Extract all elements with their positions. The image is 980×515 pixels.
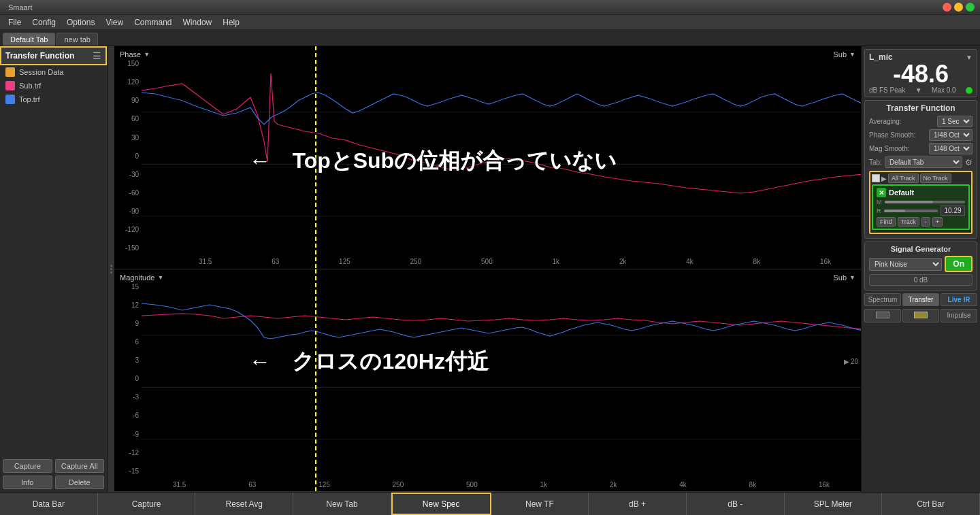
menu-file[interactable]: File [3, 16, 27, 29]
rp-bottom-btn-1[interactable] [864, 309, 901, 322]
sg-type-select[interactable]: Pink Noise [869, 258, 942, 271]
tf-averaging-select[interactable]: 1 Sec [937, 116, 973, 127]
minimize-btn[interactable] [954, 3, 963, 12]
spl-meter-button[interactable]: SPL Meter [785, 493, 883, 515]
tab-new[interactable]: new tab [56, 33, 98, 46]
rp-bottom-row: Impulse [864, 309, 977, 322]
vu-dropdown-unit[interactable]: ▼ [915, 86, 922, 94]
db-minus-button[interactable]: dB - [687, 493, 785, 515]
app-title: Smaart [8, 3, 32, 12]
phase-right-label: Sub ▼ [834, 50, 856, 59]
tf-tab-row: Tab: Default Tab ⚙ [869, 156, 973, 168]
info-button[interactable]: Info [3, 476, 52, 489]
magnitude-svg [142, 283, 861, 492]
menu-view[interactable]: View [100, 16, 129, 29]
mag-annotation: ← クロスの120Hz付近 [248, 347, 489, 377]
track-m-slider[interactable] [885, 201, 966, 203]
sidebar-title: Transfer Function [5, 51, 74, 61]
maximize-btn[interactable] [966, 3, 975, 12]
data-bar-button[interactable]: Data Bar [0, 493, 98, 515]
delay-plus-button[interactable]: + [932, 217, 943, 227]
phase-right-dropdown-arrow[interactable]: ▼ [849, 51, 855, 58]
mag-right-label: Sub ▼ [834, 273, 856, 282]
track-value-row: M [877, 199, 965, 205]
sidebar-header: Transfer Function ☰ [0, 46, 107, 65]
sidebar-item-top[interactable]: Top.trf [0, 93, 107, 106]
phase-annotation: ← TopとSubの位相が合っていない [248, 146, 617, 176]
all-track-button[interactable]: All Track [888, 173, 919, 183]
tf-settings-panel: Transfer Function Averaging: 1 Sec Phase… [864, 100, 977, 239]
vu-source: L_mic [869, 52, 893, 62]
mag-x-axis: 31.5 63 125 250 500 1k 2k 4k 8k 16k [142, 478, 861, 491]
rp-tab-transfer[interactable]: Transfer [902, 293, 939, 306]
window-controls [943, 3, 975, 12]
resize-handle[interactable] [108, 46, 114, 492]
tf-averaging-label: Averaging: [869, 118, 902, 125]
track-enable-btn[interactable]: ✕ [877, 188, 886, 197]
track-controls: ▶ All Track No Track ✕ Default M [869, 171, 973, 234]
track-delay-value: 10.29 [941, 205, 965, 216]
reset-avg-button[interactable]: Reset Avg [195, 493, 293, 515]
top-phase-trace [142, 93, 861, 124]
tf-phase-smooth-select[interactable]: 1/48 Oct [929, 129, 973, 141]
tf-mag-smooth-select[interactable]: 1/48 Oct [929, 143, 973, 154]
no-track-button[interactable]: No Track [920, 173, 951, 183]
track-top-row: ▶ All Track No Track [872, 173, 970, 183]
mag-title: Magnitude [120, 273, 154, 282]
find-button[interactable]: Find [877, 217, 896, 227]
sg-on-button[interactable]: On [945, 256, 973, 272]
vu-dropdown-arrow[interactable]: ▼ [966, 54, 973, 61]
capture-all-button[interactable]: Capture All [55, 459, 105, 473]
new-tf-button[interactable]: New TF [491, 493, 589, 515]
vu-unit-row: dB FS Peak ▼ Max 0.0 [869, 86, 973, 94]
capture-button[interactable]: Capture [3, 459, 52, 473]
rp-tab-spectrum[interactable]: Spectrum [864, 293, 901, 306]
vu-value: -48.6 [869, 62, 973, 86]
menu-window[interactable]: Window [178, 16, 218, 29]
sidebar-item-session[interactable]: Session Data [0, 65, 107, 79]
phase-title: Phase [120, 50, 141, 59]
menu-help[interactable]: Help [217, 16, 245, 29]
main-layout: Transfer Function ☰ Session Data Sub.trf… [0, 46, 980, 492]
capture-bottom-button[interactable]: Capture [98, 493, 196, 515]
sidebar: Transfer Function ☰ Session Data Sub.trf… [0, 46, 108, 492]
delay-minus-button[interactable]: - [921, 217, 930, 227]
delete-button[interactable]: Delete [55, 476, 105, 489]
titlebar: Smaart [0, 0, 980, 15]
hamburger-icon[interactable]: ☰ [93, 50, 101, 61]
track-checkbox[interactable] [872, 174, 880, 182]
blue-icon [5, 95, 15, 104]
new-tab-button[interactable]: New Tab [293, 493, 391, 515]
phase-x-axis: 31.5 63 125 250 500 1k 2k 4k 8k 16k [142, 255, 861, 269]
tab-default[interactable]: Default Tab [3, 33, 55, 46]
mag-right-dropdown-arrow[interactable]: ▼ [849, 274, 855, 281]
menu-options[interactable]: Options [61, 16, 100, 29]
mag-y-axis: 15 12 9 6 3 0 -3 -6 -9 -12 -15 [114, 269, 142, 478]
track-r-slider[interactable] [884, 210, 938, 212]
track-name-row: ✕ Default [877, 188, 965, 197]
menu-config[interactable]: Config [27, 16, 61, 29]
sg-row: Pink Noise On [869, 256, 973, 272]
rp-tabs: Spectrum Transfer Live IR [864, 293, 977, 306]
ctrl-bar-button[interactable]: Ctrl Bar [882, 493, 980, 515]
track-play-btn[interactable]: ▶ [881, 175, 887, 182]
tabbar: Default Tab new tab [0, 30, 980, 46]
tf-settings-title: Transfer Function [869, 103, 973, 113]
track-button[interactable]: Track [898, 217, 919, 227]
sidebar-btn-row-2: Info Delete [3, 476, 104, 489]
magnitude-chart: Magnitude ▼ Sub ▼ ▶ 20 15 12 9 6 3 0 [114, 269, 861, 493]
rp-tab-live-ir[interactable]: Live IR [941, 293, 977, 306]
tf-tab-select[interactable]: Default Tab [885, 156, 962, 168]
mag-label: Magnitude ▼ [120, 273, 163, 282]
signal-generator-panel: Signal Generator Pink Noise On 0 dB [864, 242, 977, 290]
mag-dropdown-arrow[interactable]: ▼ [157, 274, 163, 281]
menu-command[interactable]: Command [129, 16, 177, 29]
rp-bottom-btn-2[interactable] [902, 309, 939, 322]
gear-icon[interactable]: ⚙ [965, 158, 973, 167]
phase-dropdown-arrow[interactable]: ▼ [144, 51, 150, 58]
sidebar-item-sub[interactable]: Sub.trf [0, 79, 107, 93]
close-btn[interactable] [943, 3, 951, 12]
new-spec-button[interactable]: New Spec [391, 493, 491, 515]
rp-bottom-btn-impulse[interactable]: Impulse [941, 309, 977, 322]
db-plus-button[interactable]: dB + [589, 493, 687, 515]
